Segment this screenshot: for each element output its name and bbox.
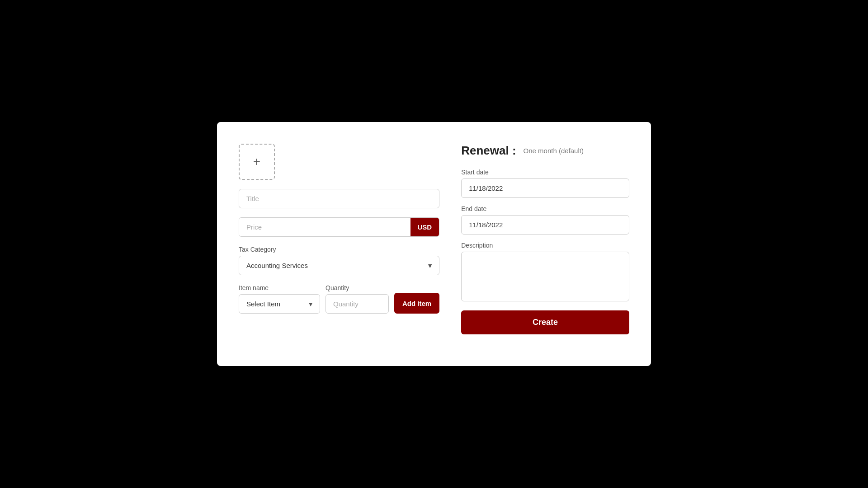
upload-button[interactable]: + (239, 144, 275, 180)
item-name-label: Item name (239, 284, 320, 291)
description-textarea[interactable] (461, 252, 629, 301)
end-date-section: End date (461, 205, 629, 235)
start-date-label: Start date (461, 169, 629, 176)
title-input[interactable] (239, 189, 439, 208)
tax-category-section: Tax Category Accounting Services ▼ (239, 246, 439, 275)
quantity-input[interactable] (326, 294, 389, 314)
currency-badge: USD (410, 218, 439, 236)
tax-category-label: Tax Category (239, 246, 439, 253)
modal-container: + USD Tax Category Accounting Services ▼… (217, 122, 651, 366)
price-row: USD (239, 217, 439, 237)
start-date-input[interactable] (461, 178, 629, 198)
item-row: Item name Select Item ▼ Quantity Add Ite… (239, 284, 439, 314)
plus-icon: + (253, 155, 260, 169)
quantity-label: Quantity (326, 284, 389, 291)
description-section: Description (461, 242, 629, 301)
price-input[interactable] (239, 218, 410, 236)
renewal-subtitle: One month (default) (524, 147, 584, 155)
quantity-col: Quantity (326, 284, 389, 314)
left-panel: + USD Tax Category Accounting Services ▼… (239, 144, 439, 344)
add-item-button[interactable]: Add Item (394, 293, 439, 314)
end-date-input[interactable] (461, 215, 629, 235)
tax-category-wrapper: Accounting Services ▼ (239, 256, 439, 275)
start-date-section: Start date (461, 169, 629, 198)
item-name-col: Item name Select Item ▼ (239, 284, 320, 314)
tax-category-select[interactable]: Accounting Services (239, 256, 439, 275)
item-name-wrapper: Select Item ▼ (239, 294, 320, 314)
renewal-title: Renewal : (461, 144, 516, 158)
renewal-row: Renewal : One month (default) (461, 144, 629, 158)
description-label: Description (461, 242, 629, 249)
right-panel: Renewal : One month (default) Start date… (461, 144, 629, 344)
create-button[interactable]: Create (461, 310, 629, 334)
item-name-select[interactable]: Select Item (239, 294, 320, 314)
end-date-label: End date (461, 205, 629, 212)
